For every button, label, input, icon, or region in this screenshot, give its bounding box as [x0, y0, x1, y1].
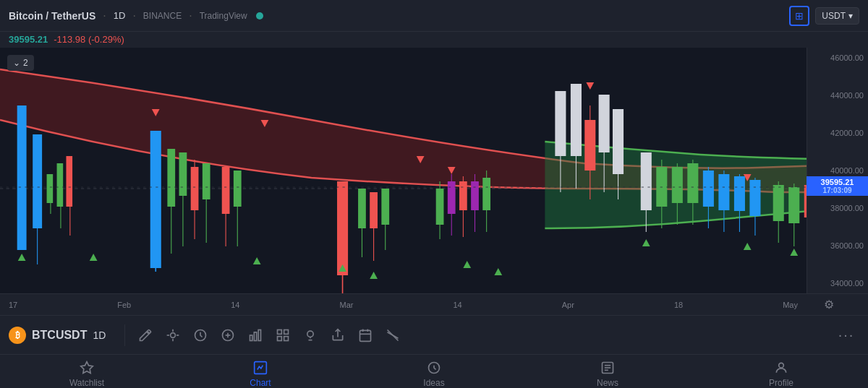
svg-point-126 — [779, 363, 784, 368]
price-info-bar: 39595.21 -113.98 (-0.29%) — [0, 32, 868, 48]
live-indicator — [256, 12, 263, 20]
crosshair-tool-button[interactable] — [160, 322, 186, 348]
nav-profile[interactable]: Profile — [694, 355, 868, 388]
svg-rect-31 — [337, 181, 348, 275]
chart-settings-area: ⚙ — [798, 298, 859, 311]
svg-rect-87 — [773, 185, 784, 221]
svg-rect-107 — [255, 332, 257, 340]
svg-point-101 — [171, 332, 176, 337]
candlestick-chart[interactable] — [0, 48, 868, 293]
chart-area[interactable]: ⌄ 2 — [0, 48, 868, 293]
price-level-46000: 46000.00 — [812, 53, 864, 62]
price-level-40000: 40000.00 — [812, 166, 864, 175]
nav-news[interactable]: News — [521, 355, 694, 388]
price-level-36000: 36000.00 — [812, 241, 864, 250]
collapse-icon: ⌄ — [13, 58, 20, 68]
btc-logo: ₿ — [9, 327, 26, 344]
price-level-44000: 44000.00 — [812, 91, 864, 100]
svg-rect-17 — [150, 131, 161, 268]
svg-rect-116 — [360, 330, 371, 341]
svg-rect-40 — [358, 189, 366, 228]
chart-header: Bitcoin / TetherUS · 1D · BINANCE · Trad… — [0, 0, 868, 32]
nav-ideas-label: Ideas — [423, 378, 444, 388]
x-axis: 17 Feb 14 Mar 14 Apr 18 May ⚙ — [0, 293, 868, 315]
badge-time: 17:03:09 — [809, 186, 865, 194]
svg-rect-106 — [250, 335, 252, 341]
add-indicator-button[interactable] — [215, 322, 241, 348]
current-price: 39595.21 — [9, 34, 48, 45]
price-level-38000: 38000.00 — [812, 204, 864, 212]
svg-rect-110 — [284, 329, 289, 334]
svg-rect-7 — [47, 174, 54, 203]
brand-label: TradingView — [200, 11, 247, 21]
x-label-apr: Apr — [562, 301, 574, 309]
svg-rect-108 — [259, 329, 261, 340]
svg-rect-9 — [57, 163, 64, 207]
svg-rect-50 — [459, 181, 467, 210]
svg-rect-60 — [584, 120, 595, 171]
nav-profile-label: Profile — [769, 378, 793, 388]
news-icon — [600, 361, 615, 375]
svg-rect-44 — [381, 189, 389, 225]
svg-rect-58 — [571, 84, 582, 156]
chart-toolbar: ₿ BTCUSDT 1D — [0, 315, 868, 354]
x-label-17: 17 — [9, 301, 17, 309]
exchange-label: BINANCE — [143, 11, 182, 21]
nav-watchlist[interactable]: Watchlist — [0, 355, 174, 388]
replay-tool-button[interactable] — [187, 322, 213, 348]
nav-chart[interactable]: Chart — [174, 355, 347, 388]
watchlist-button[interactable] — [352, 322, 378, 348]
svg-rect-82 — [749, 180, 760, 216]
x-label-14b: 14 — [453, 301, 461, 309]
x-label-14a: 14 — [231, 301, 239, 309]
toolbar-timeframe[interactable]: 1D — [93, 329, 106, 341]
share-button[interactable] — [325, 322, 351, 348]
svg-rect-80 — [734, 176, 745, 211]
x-label-mar: Mar — [340, 301, 354, 309]
collapse-badge[interactable]: ⌄ 2 — [7, 55, 34, 71]
x-label-may: May — [783, 301, 798, 309]
svg-rect-42 — [370, 192, 378, 228]
layout-button[interactable]: ⊞ — [789, 6, 809, 26]
ideas-icon — [427, 361, 441, 375]
svg-rect-5 — [33, 134, 42, 228]
svg-marker-119 — [81, 362, 93, 374]
draw-tool-button[interactable] — [132, 322, 158, 348]
svg-rect-11 — [66, 156, 72, 207]
svg-point-113 — [307, 331, 313, 337]
x-label-18: 18 — [674, 301, 683, 309]
svg-rect-52 — [471, 181, 479, 210]
svg-rect-74 — [687, 163, 698, 203]
nav-ideas[interactable]: Ideas — [347, 355, 521, 388]
toolbar-symbol-area: ₿ BTCUSDT 1D — [9, 327, 106, 344]
svg-rect-54 — [482, 178, 490, 210]
y-axis: 46000.00 44000.00 42000.00 40000.00 3800… — [807, 48, 868, 293]
chart-type-button[interactable] — [242, 322, 268, 348]
badge-price: 39595.21 — [821, 178, 854, 186]
idea-button[interactable] — [297, 322, 323, 348]
alert-button[interactable] — [380, 322, 406, 348]
nav-chart-label: Chart — [250, 378, 271, 388]
chart-nav-icon — [253, 361, 268, 375]
svg-rect-76 — [703, 171, 714, 207]
svg-rect-29 — [234, 171, 242, 207]
price-level-42000: 42000.00 — [812, 129, 864, 137]
svg-rect-64 — [613, 109, 624, 174]
x-axis-labels: 17 Feb 14 Mar 14 Apr 18 May — [9, 301, 798, 309]
timeframe-label[interactable]: 1D — [114, 10, 126, 21]
svg-rect-111 — [278, 336, 282, 340]
toolbar-symbol-name[interactable]: BTCUSDT — [32, 329, 87, 342]
bottom-navigation: Watchlist Chart Ideas News Profile — [0, 354, 868, 388]
svg-rect-46 — [436, 189, 444, 225]
svg-rect-3 — [17, 105, 27, 250]
svg-rect-56 — [555, 91, 566, 156]
more-button[interactable]: ··· — [833, 322, 859, 348]
settings-icon[interactable]: ⚙ — [824, 298, 834, 311]
price-change: -113.98 (-0.29%) — [54, 34, 124, 45]
svg-rect-89 — [788, 187, 799, 223]
svg-rect-27 — [222, 167, 230, 214]
currency-selector[interactable]: USDT ▾ — [815, 7, 859, 25]
compare-button[interactable] — [270, 322, 296, 348]
price-level-34000: 34000.00 — [812, 279, 864, 288]
svg-rect-78 — [718, 174, 729, 210]
